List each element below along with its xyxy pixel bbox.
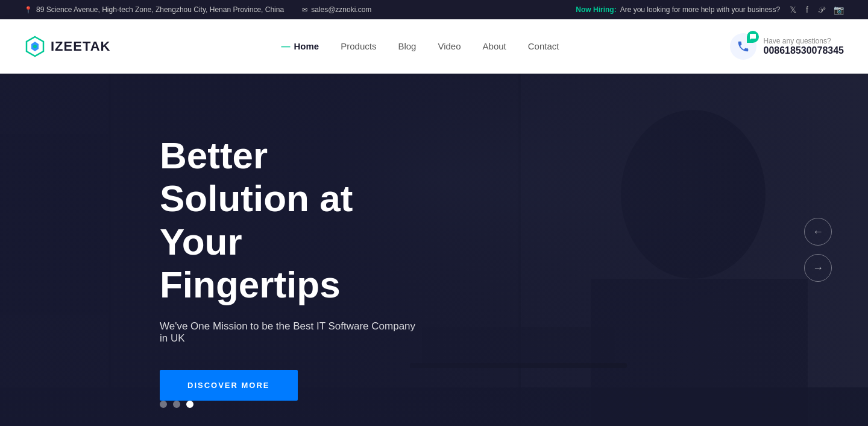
location-icon [24, 5, 33, 14]
navbar: IZEETAK Home Products Blog Video About C… [0, 19, 868, 74]
hero-subtitle: We've One Mission to be the Best IT Soft… [160, 320, 422, 345]
nav-link-about[interactable]: About [483, 41, 506, 51]
nav-link-products[interactable]: Products [341, 41, 376, 51]
instagram-icon[interactable]: 📷 [834, 5, 844, 14]
hero-navigation: ← → [804, 218, 832, 282]
nav-links: Home Products Blog Video About Contact [281, 41, 559, 52]
email-item: sales@zznoki.com [302, 5, 371, 14]
hero-section: Better Solution at Your Fingertips We've… [0, 74, 868, 426]
email-text: sales@zznoki.com [311, 5, 371, 14]
nav-item-blog[interactable]: Blog [398, 41, 416, 52]
top-bar: 89 Science Avenue, High-tech Zone, Zheng… [0, 0, 868, 19]
logo-text: IZEETAK [51, 39, 110, 54]
address-item: 89 Science Avenue, High-tech Zone, Zheng… [24, 5, 284, 14]
nav-link-blog[interactable]: Blog [398, 41, 416, 51]
chat-bubble-icon [747, 31, 759, 43]
discover-more-button[interactable]: DISCOVER MORE [160, 370, 298, 401]
nav-item-contact[interactable]: Contact [528, 41, 559, 52]
contact-number: 008618530078345 [764, 45, 844, 56]
hero-next-button[interactable]: → [804, 254, 832, 282]
nav-link-home[interactable]: Home [281, 41, 319, 51]
slide-dot-3[interactable] [186, 401, 193, 408]
nav-item-home[interactable]: Home [281, 41, 319, 52]
twitter-icon[interactable]: 𝕏 [790, 5, 796, 14]
top-bar-right: Now Hiring: Are you looking for more hel… [576, 5, 844, 15]
hiring-notice: Now Hiring: Are you looking for more hel… [576, 5, 780, 14]
top-bar-left: 89 Science Avenue, High-tech Zone, Zheng… [24, 5, 371, 14]
facebook-icon[interactable]: f [806, 5, 808, 14]
logo[interactable]: IZEETAK [24, 36, 110, 57]
address-text: 89 Science Avenue, High-tech Zone, Zheng… [36, 5, 284, 14]
hero-title: Better Solution at Your Fingertips [160, 134, 422, 306]
phone-icon-wrap [730, 33, 756, 60]
nav-item-video[interactable]: Video [438, 41, 461, 52]
hero-prev-button[interactable]: ← [804, 218, 832, 246]
hiring-text: Are you looking for more help with your … [620, 5, 780, 14]
nav-link-contact[interactable]: Contact [528, 41, 559, 51]
nav-link-video[interactable]: Video [438, 41, 461, 51]
pinterest-icon[interactable]: 𝒫 [818, 5, 824, 15]
hero-dots [160, 401, 193, 408]
email-icon [302, 5, 307, 14]
slide-dot-2[interactable] [173, 401, 180, 408]
slide-dot-1[interactable] [160, 401, 167, 408]
nav-contact: Have any questions? 008618530078345 [730, 33, 844, 60]
hiring-label: Now Hiring: [576, 5, 616, 14]
logo-icon [24, 36, 46, 57]
hero-content: Better Solution at Your Fingertips We've… [0, 74, 422, 401]
nav-item-products[interactable]: Products [341, 41, 376, 52]
nav-item-about[interactable]: About [483, 41, 506, 52]
contact-info: Have any questions? 008618530078345 [764, 37, 844, 56]
svg-point-1 [33, 45, 37, 48]
contact-label: Have any questions? [764, 37, 844, 45]
